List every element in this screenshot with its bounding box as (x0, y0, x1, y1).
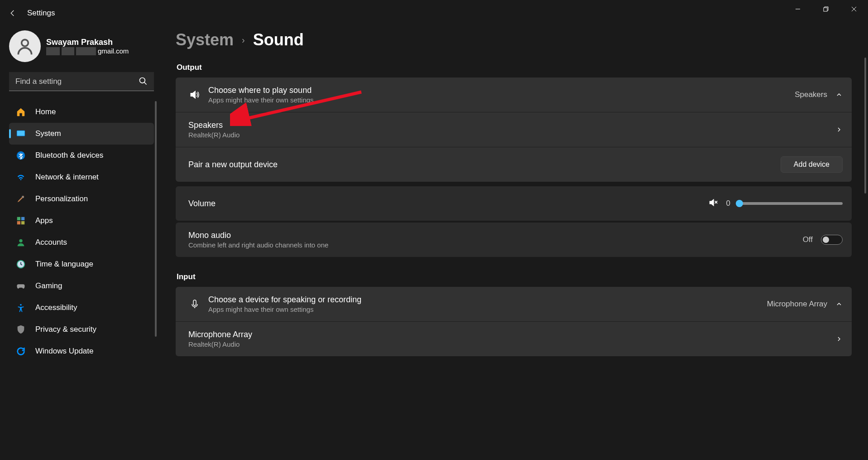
svg-rect-22 (193, 300, 196, 305)
add-output-device-button[interactable]: Add device (781, 156, 843, 173)
mono-toggle[interactable] (821, 235, 843, 245)
input-current-value: Microphone Array (767, 300, 827, 309)
bluetooth-icon (15, 150, 26, 161)
input-device-title: Microphone Array (188, 330, 835, 339)
nav-bluetooth[interactable]: Bluetooth & devices (9, 145, 154, 166)
nav-privacy[interactable]: Privacy & security (9, 319, 154, 340)
mono-state: Off (803, 235, 813, 244)
svg-rect-8 (17, 131, 25, 136)
mute-icon[interactable] (708, 198, 718, 210)
svg-rect-13 (21, 221, 24, 224)
home-icon (15, 107, 26, 117)
volume-card: Volume 0 (176, 186, 852, 221)
gamepad-icon (15, 281, 26, 291)
input-choose-card[interactable]: Choose a device for speaking or recordin… (176, 287, 852, 356)
breadcrumb-parent[interactable]: System (176, 30, 234, 49)
svg-rect-10 (17, 217, 20, 220)
nav-network[interactable]: Network & internet (9, 166, 154, 188)
mono-sub: Combine left and right audio channels in… (188, 241, 803, 249)
search-icon (139, 77, 148, 87)
nav-personalization[interactable]: Personalization (9, 188, 154, 210)
chevron-right-icon: › (242, 35, 245, 45)
breadcrumb-current: Sound (253, 30, 304, 49)
svg-rect-11 (21, 217, 24, 220)
nav-accessibility[interactable]: Accessibility (9, 297, 154, 319)
input-choose-sub: Apps might have their own settings (208, 305, 767, 313)
profile-email: gmail.com (46, 47, 129, 55)
system-icon (15, 128, 26, 139)
svg-point-17 (20, 304, 22, 306)
mono-title: Mono audio (188, 231, 803, 240)
svg-rect-1 (824, 8, 827, 11)
nav-apps[interactable]: Apps (9, 210, 154, 232)
nav-gaming[interactable]: Gaming (9, 275, 154, 297)
svg-point-14 (19, 239, 22, 242)
minimize-button[interactable] (784, 0, 812, 18)
close-button[interactable] (840, 0, 868, 18)
nav-home[interactable]: Home (9, 101, 154, 123)
nav-system[interactable]: System (9, 123, 154, 145)
search-input[interactable] (9, 72, 154, 91)
brush-icon (15, 194, 26, 204)
main-content: System › Sound Output Choose where to pl… (163, 26, 868, 460)
chevron-up-icon[interactable] (835, 91, 843, 98)
output-device-row[interactable]: Speakers Realtek(R) Audio (176, 112, 852, 147)
nav-accounts[interactable]: Accounts (9, 232, 154, 253)
nav-time[interactable]: Time & language (9, 253, 154, 275)
mic-icon (185, 299, 205, 310)
titlebar: Settings (0, 0, 868, 26)
slider-thumb[interactable] (736, 200, 743, 207)
svg-point-4 (22, 39, 29, 46)
profile[interactable]: Swayam Prakash gmail.com (9, 30, 154, 62)
search-box[interactable] (9, 72, 154, 91)
apps-icon (15, 215, 26, 226)
output-current-value: Speakers (795, 90, 827, 99)
svg-point-5 (140, 78, 145, 83)
input-heading: Input (177, 272, 852, 281)
volume-slider[interactable] (739, 202, 843, 205)
svg-line-6 (144, 82, 147, 85)
wifi-icon (15, 172, 26, 183)
output-device-title: Speakers (188, 121, 835, 130)
volume-title: Volume (188, 199, 708, 208)
pair-output-title: Pair a new output device (188, 160, 781, 169)
output-choose-card[interactable]: Choose where to play sound Apps might ha… (176, 77, 852, 182)
input-choose-title: Choose a device for speaking or recordin… (208, 295, 767, 305)
maximize-button[interactable] (812, 0, 840, 18)
accessibility-icon (15, 302, 26, 313)
nav-list: Home System Bluetooth & devices Network … (9, 101, 154, 362)
speaker-icon (185, 89, 205, 101)
input-device-row[interactable]: Microphone Array Realtek(R) Audio (176, 322, 852, 356)
svg-rect-12 (17, 221, 20, 224)
input-device-sub: Realtek(R) Audio (188, 340, 835, 348)
profile-name: Swayam Prakash (46, 38, 129, 47)
avatar (9, 30, 41, 62)
output-choose-title: Choose where to play sound (208, 86, 795, 95)
window-controls (784, 0, 868, 18)
nav-update[interactable]: Windows Update (9, 340, 154, 362)
mono-audio-card[interactable]: Mono audio Combine left and right audio … (176, 223, 852, 257)
clock-icon (15, 259, 26, 270)
chevron-right-icon (835, 126, 843, 133)
update-icon (15, 346, 26, 357)
window-title: Settings (27, 9, 55, 18)
output-choose-sub: Apps might have their own settings (208, 96, 795, 104)
breadcrumb: System › Sound (176, 30, 852, 49)
sidebar: Swayam Prakash gmail.com Home System Blu… (0, 26, 163, 460)
volume-value: 0 (726, 199, 730, 208)
chevron-right-icon (835, 335, 843, 343)
output-device-sub: Realtek(R) Audio (188, 131, 835, 139)
shield-icon (15, 324, 26, 335)
pair-output-row: Pair a new output device Add device (176, 147, 852, 182)
output-heading: Output (177, 63, 852, 72)
person-icon (15, 237, 26, 248)
chevron-up-icon[interactable] (835, 300, 843, 308)
back-button[interactable] (4, 9, 22, 17)
